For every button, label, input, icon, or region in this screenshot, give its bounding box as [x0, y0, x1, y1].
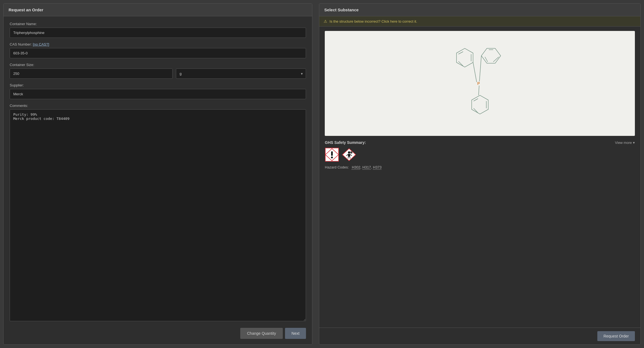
svg-line-5: [473, 62, 477, 82]
size-number-wrapper: [10, 68, 173, 79]
ghs-exclamation-icon: [325, 147, 339, 162]
left-panel: Request an Order Container Name: CAS Num…: [3, 3, 312, 345]
svg-marker-6: [481, 48, 501, 63]
request-order-button[interactable]: Request Order: [597, 331, 635, 341]
hazard-code-h317: H317: [362, 165, 371, 169]
ghs-icons: [325, 147, 635, 162]
warning-icon: ⚠: [324, 19, 327, 23]
molecule-display: P: [325, 31, 635, 136]
cas-label: CAS Number: [no CAS?]: [10, 42, 306, 46]
ghs-header: GHS Safety Summary: View more ▾: [325, 140, 635, 145]
svg-line-10: [479, 56, 481, 81]
next-button[interactable]: Next: [285, 328, 306, 339]
change-quantity-button[interactable]: Change Quantity: [240, 328, 283, 339]
ghs-health-hazard-icon: [342, 147, 356, 162]
svg-point-19: [331, 157, 333, 159]
container-size-field: Container Size: g mg kg mL L ▼: [10, 63, 306, 79]
container-name-input[interactable]: [10, 28, 306, 38]
comments-input[interactable]: Purity: 99% Merck product code: T84409: [10, 109, 306, 321]
comments-label: Comments:: [10, 104, 306, 108]
comments-field: Comments: Purity: 99% Merck product code…: [10, 104, 306, 321]
supplier-input[interactable]: [10, 89, 306, 99]
chevron-down-icon: ▾: [633, 141, 635, 145]
svg-rect-18: [331, 151, 333, 156]
hazard-row: Hazard Codes: H302, H317, H373: [325, 165, 635, 169]
svg-line-15: [479, 86, 479, 95]
svg-line-4: [458, 61, 463, 66]
svg-marker-1: [456, 48, 473, 67]
left-panel-body: Container Name: CAS Number: [no CAS?] Co…: [4, 16, 312, 344]
size-row: g mg kg mL L ▼: [10, 68, 306, 79]
hazard-code-h302: H302: [352, 165, 360, 169]
view-more-label: View more: [615, 141, 632, 145]
svg-text:P: P: [477, 81, 480, 86]
svg-marker-11: [472, 95, 488, 114]
svg-line-12: [474, 99, 478, 101]
warning-bar[interactable]: ⚠ Is the structure below incorrect? Clic…: [319, 16, 640, 27]
size-number-input[interactable]: [10, 68, 173, 79]
supplier-label: Supplier:: [10, 83, 306, 87]
ghs-section: GHS Safety Summary: View more ▾: [325, 140, 635, 323]
right-panel: Select Substance ⚠ Is the structure belo…: [319, 3, 641, 345]
no-cas-link[interactable]: [no CAS?]: [33, 42, 49, 46]
right-panel-footer: Request Order: [319, 328, 640, 344]
action-buttons: Change Quantity Next: [10, 326, 306, 339]
right-body: P: [319, 27, 640, 328]
hazard-label: Hazard Codes:: [325, 165, 349, 169]
container-size-label: Container Size:: [10, 63, 306, 67]
hazard-code-h373: H373: [373, 165, 382, 169]
view-more-button[interactable]: View more ▾: [615, 141, 635, 145]
cas-number-field: CAS Number: [no CAS?]: [10, 42, 306, 58]
warning-text: Is the structure below incorrect? Click …: [329, 19, 417, 23]
supplier-field: Supplier:: [10, 83, 306, 99]
cas-input[interactable]: [10, 48, 306, 58]
svg-point-21: [348, 151, 350, 154]
molecule-svg: P: [436, 36, 524, 130]
container-name-field: Container Name:: [10, 22, 306, 38]
size-unit-wrapper: g mg kg mL L ▼: [176, 68, 306, 79]
size-unit-select[interactable]: g mg kg mL L: [176, 68, 306, 79]
left-panel-title: Request an Order: [4, 4, 312, 16]
right-panel-title: Select Substance: [319, 4, 640, 16]
ghs-title: GHS Safety Summary:: [325, 140, 366, 145]
svg-rect-22: [348, 154, 350, 157]
container-name-label: Container Name:: [10, 22, 306, 26]
svg-line-2: [458, 52, 463, 54]
